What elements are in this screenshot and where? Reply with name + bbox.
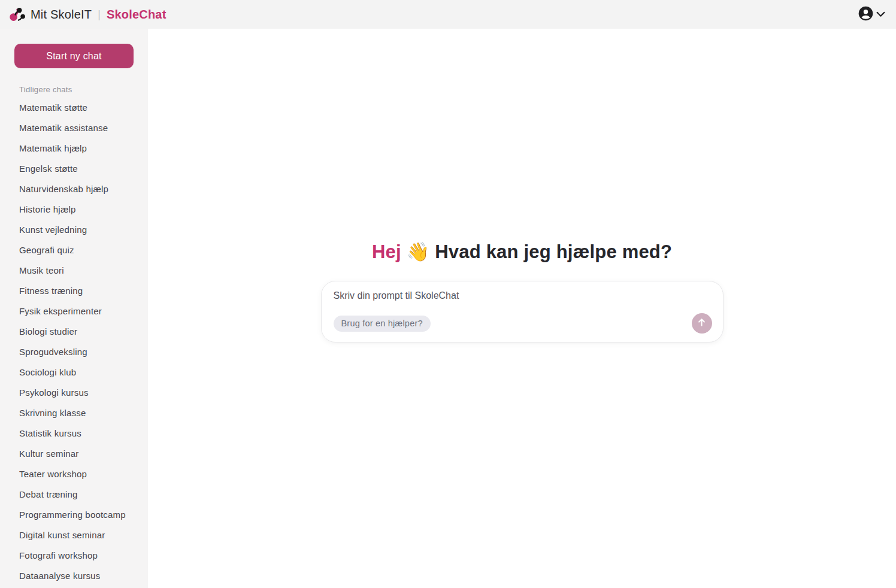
chat-history-item[interactable]: Kunst vejledning [19,225,134,235]
chat-history-item[interactable]: Matematik støtte [19,102,134,113]
arrow-up-icon [697,317,707,329]
chat-history-item[interactable]: Historie hjælp [19,204,134,215]
prompt-input-card: Brug for en hjælper? [321,281,724,343]
chat-history-item[interactable]: Geografi quiz [19,245,134,256]
chat-history-item[interactable]: Dataanalyse kursus [19,571,134,581]
brand: Mit SkoleIT | SkoleChat [8,6,167,23]
helper-suggestion-chip[interactable]: Brug for en hjælper? [334,316,431,332]
chat-history-item[interactable]: Skrivning klasse [19,408,134,419]
chat-history-item[interactable]: Teater workshop [19,469,134,480]
sidebar: Start ny chat Tidligere chats Matematik … [0,29,148,588]
account-menu-button[interactable] [858,5,885,23]
mit-skoleit-logo-icon [8,6,26,23]
chevron-down-icon [876,10,885,19]
chat-history-item[interactable]: Musik teori [19,265,134,276]
greeting-highlight: Hej [372,241,401,262]
chat-history-item[interactable]: Matematik assistanse [19,123,134,134]
previous-chats-label: Tidligere chats [19,85,134,94]
chat-history-item[interactable]: Naturvidenskab hjælp [19,184,134,195]
layout: Start ny chat Tidligere chats Matematik … [0,29,896,588]
chat-history-item[interactable]: Kultur seminar [19,448,134,459]
chat-history-item[interactable]: Fitness træning [19,286,134,296]
prompt-actions-row: Brug for en hjælper? [334,313,712,334]
chat-history-item[interactable]: Biologi studier [19,326,134,337]
app-header: Mit SkoleIT | SkoleChat [0,0,896,29]
chat-history-item[interactable]: Programmering bootcamp [19,510,134,520]
send-button[interactable] [692,313,712,334]
app-name: SkoleChat [107,8,167,22]
prompt-input[interactable] [334,290,712,304]
chat-history-item[interactable]: Matematik hjælp [19,143,134,154]
chat-history-list: Matematik støtte Matematik assistanse Ma… [14,102,134,581]
brand-separator: | [98,8,101,21]
chat-history-item[interactable]: Statistik kursus [19,428,134,439]
chat-history-item[interactable]: Fotografi workshop [19,550,134,561]
greeting-heading: Hej 👋 Hvad kan jeg hjælpe med? [372,241,672,263]
chat-history-item[interactable]: Debat træning [19,489,134,500]
greeting-text: Hvad kan jeg hjælpe med? [435,241,672,262]
brand-name: Mit SkoleIT [31,8,92,22]
chat-history-item[interactable]: Digital kunst seminar [19,530,134,541]
chat-history-item[interactable]: Sprogudveksling [19,347,134,357]
main-content: Hej 👋 Hvad kan jeg hjælpe med? Brug for … [148,29,896,588]
chat-history-item[interactable]: Sociologi klub [19,367,134,378]
chat-history-item[interactable]: Psykologi kursus [19,387,134,398]
account-avatar-icon [858,5,874,23]
waving-hand-emoji: 👋 [407,241,430,262]
chat-history-item[interactable]: Engelsk støtte [19,163,134,174]
start-new-chat-button[interactable]: Start ny chat [14,44,134,68]
chat-history-item[interactable]: Fysik eksperimenter [19,306,134,317]
